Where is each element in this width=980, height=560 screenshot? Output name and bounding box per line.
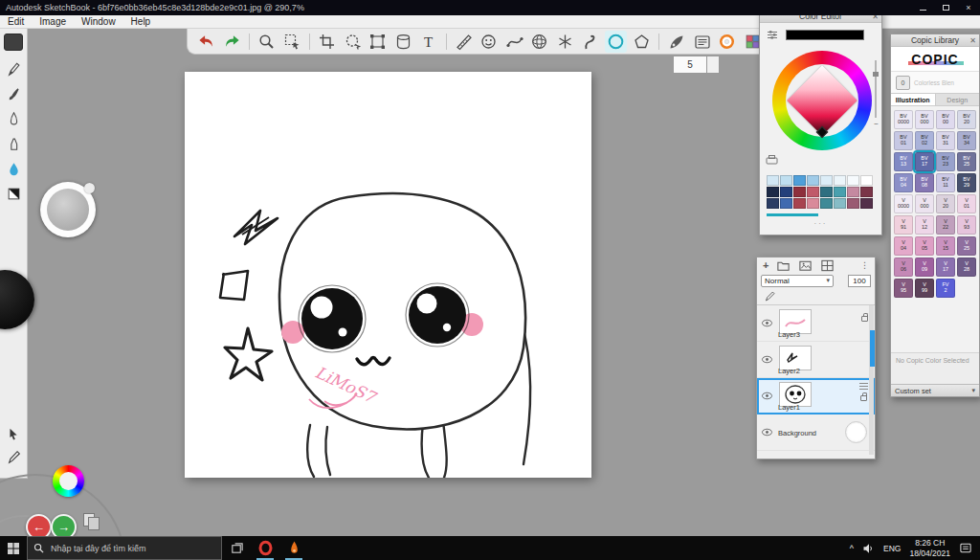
color-swatch[interactable] — [807, 198, 819, 209]
language-indicator[interactable]: ENG — [883, 544, 901, 553]
color-puck-button[interactable] — [716, 31, 739, 53]
color-swatch[interactable] — [793, 175, 806, 186]
polygon-button[interactable] — [630, 31, 653, 53]
color-swatch[interactable] — [807, 187, 819, 197]
copic-swatch[interactable]: V 05 — [915, 236, 934, 256]
stroke-spline-button[interactable] — [503, 31, 526, 53]
taskbar-clock[interactable]: 8:26 CH 18/04/2021 — [909, 538, 950, 558]
brush-puck-handle[interactable] — [84, 183, 95, 193]
layer-row-layer3[interactable]: Layer3 — [757, 305, 875, 342]
color-swatch[interactable] — [847, 198, 859, 209]
sliders-toggle-icon[interactable] — [767, 30, 778, 40]
layer-scrollbar[interactable] — [869, 305, 874, 455]
brush-tool[interactable] — [0, 81, 28, 106]
zoom-button[interactable] — [256, 31, 278, 53]
volume-icon[interactable] — [862, 543, 875, 554]
color-swatch[interactable] — [767, 187, 779, 197]
slider-handle[interactable] — [873, 72, 879, 77]
color-swatch[interactable] — [780, 198, 792, 209]
copic-swatch[interactable]: V 95 — [894, 279, 913, 298]
eye-icon[interactable] — [761, 355, 773, 364]
copic-swatch[interactable]: BV 25 — [957, 152, 976, 171]
brush-size-stepper[interactable] — [707, 56, 720, 74]
copic-swatch[interactable]: V 25 — [957, 236, 976, 256]
eye-icon[interactable] — [761, 319, 773, 327]
taskbar-app-opera[interactable] — [251, 536, 279, 560]
french-curve-button[interactable] — [579, 31, 602, 53]
copic-swatch[interactable]: V 0000 — [894, 194, 913, 213]
copic-swatch[interactable]: V 93 — [957, 215, 976, 235]
pencil-tool[interactable] — [0, 56, 28, 81]
copic-swatch[interactable]: V 20 — [936, 194, 955, 213]
taskbar-search[interactable] — [27, 536, 222, 560]
copic-swatch[interactable]: V 28 — [957, 258, 976, 277]
color-swatch[interactable] — [847, 187, 859, 197]
color-swatch[interactable] — [820, 198, 833, 209]
background-color-swatch[interactable] — [845, 421, 867, 443]
color-swatch[interactable] — [860, 187, 873, 197]
color-swatch[interactable] — [767, 175, 779, 186]
crop-button[interactable] — [316, 31, 339, 53]
eye-icon[interactable] — [761, 428, 773, 437]
ink-tool[interactable] — [0, 181, 28, 206]
copic-swatch[interactable]: BV 13 — [894, 152, 913, 171]
undo-button[interactable] — [195, 31, 218, 53]
ruler-button[interactable] — [453, 31, 476, 53]
color-swatch[interactable] — [834, 187, 846, 197]
watercolor-tool[interactable] — [0, 156, 28, 181]
copic-swatch[interactable]: BV 34 — [957, 131, 976, 150]
radial-symmetry-button[interactable] — [554, 31, 577, 53]
copic-header[interactable]: Copic Library ✕ — [891, 34, 979, 47]
copic-swatch[interactable]: BV 01 — [894, 131, 913, 150]
copic-swatch[interactable]: V 09 — [915, 258, 934, 277]
menu-image[interactable]: Image — [32, 16, 74, 27]
drawing-canvas[interactable]: LiMoS7 — [185, 72, 591, 478]
colorless-blender-row[interactable]: 0 Colorless Blen — [891, 72, 979, 93]
custom-set-dropdown[interactable]: Custom set ▾ — [891, 384, 979, 396]
layer-scrollbar-thumb[interactable] — [870, 330, 875, 367]
brush-puck[interactable] — [40, 182, 96, 237]
transform-button[interactable] — [367, 31, 390, 53]
text-button[interactable]: T — [417, 31, 440, 53]
color-swatch[interactable] — [847, 175, 859, 186]
tab-illustration[interactable]: Illustration — [891, 94, 936, 105]
add-layer-button[interactable]: + — [763, 259, 768, 271]
color-swatch[interactable] — [834, 198, 846, 209]
palette-icon[interactable] — [766, 154, 778, 166]
layer-row-layer1[interactable]: Layer1 — [757, 378, 875, 414]
layer-row-layer2[interactable]: Layer2 — [757, 342, 875, 378]
taskbar-app-sketchbook[interactable] — [279, 536, 308, 560]
current-brush-tile[interactable] — [4, 34, 23, 51]
minimize-button[interactable] — [911, 0, 934, 15]
pen-tool[interactable] — [0, 106, 28, 131]
folder-icon[interactable] — [776, 258, 791, 273]
copic-swatch[interactable]: V 15 — [936, 236, 955, 256]
copic-swatch[interactable]: BV 00 — [936, 110, 955, 129]
tab-design[interactable]: Design — [936, 94, 980, 105]
layer-grid-icon[interactable] — [820, 258, 835, 273]
copic-swatch[interactable]: V 99 — [915, 279, 934, 298]
copic-swatch[interactable]: V 17 — [936, 258, 955, 277]
color-swatch[interactable] — [767, 198, 779, 209]
copic-swatch[interactable]: V 22 — [936, 215, 955, 235]
brush-size-value[interactable]: 5 — [673, 56, 707, 74]
copic-swatch[interactable]: V 06 — [894, 258, 913, 277]
lock-icon[interactable] — [860, 395, 867, 401]
blender-chip[interactable]: 0 — [896, 76, 910, 90]
cursor-tool[interactable] — [6, 426, 22, 442]
opacity-field[interactable]: 100 — [848, 275, 871, 287]
start-button[interactable] — [0, 542, 27, 555]
copic-swatch[interactable]: BV 29 — [957, 173, 976, 192]
copic-swatch[interactable]: BV 0000 — [894, 110, 913, 129]
perspective-button[interactable] — [528, 31, 551, 53]
fill-button[interactable] — [665, 31, 688, 53]
menu-window[interactable]: Window — [74, 16, 123, 27]
action-center-icon[interactable] — [959, 542, 972, 554]
copic-swatch[interactable]: BV 31 — [936, 131, 955, 150]
color-swatch[interactable] — [860, 198, 873, 209]
color-wheel[interactable] — [772, 51, 872, 150]
close-button[interactable]: × — [957, 0, 980, 15]
selection-button[interactable] — [281, 31, 304, 53]
copic-swatch[interactable]: BV 000 — [915, 110, 934, 129]
copic-swatch[interactable]: BV 08 — [915, 173, 934, 192]
